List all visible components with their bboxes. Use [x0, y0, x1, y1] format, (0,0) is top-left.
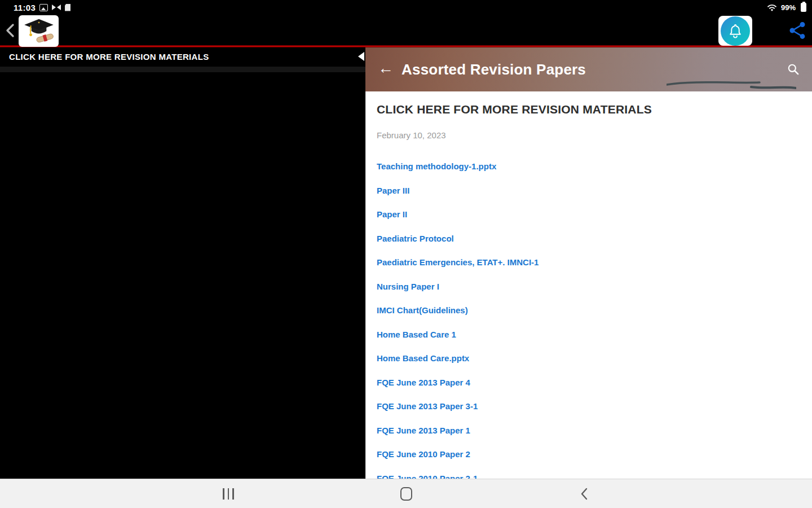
- article-title: CLICK HERE FOR MORE REVISION MATERIALS: [377, 103, 801, 116]
- media-output-icon: [52, 4, 61, 11]
- article: CLICK HERE FOR MORE REVISION MATERIALS F…: [365, 91, 812, 479]
- notification-bell-button[interactable]: [718, 16, 752, 46]
- clock: 11:03: [6, 3, 36, 12]
- status-bar: 11:03 99%: [0, 0, 812, 15]
- reader-back-icon[interactable]: ←: [378, 60, 394, 76]
- nav-home-icon[interactable]: [392, 479, 420, 508]
- battery-percent: 99%: [781, 3, 796, 12]
- revision-link[interactable]: Paediatric Emergencies, ETAT+. IMNCI-1: [377, 258, 539, 266]
- ad-banner[interactable]: CLICK HERE FOR MORE REVISION MATERIALS: [0, 47, 365, 65]
- revision-link[interactable]: FQE June 2013 Paper 1: [377, 426, 470, 435]
- app-logo[interactable]: [19, 15, 59, 47]
- revision-link[interactable]: Nursing Paper I: [377, 282, 439, 291]
- article-date: February 10, 2023: [377, 130, 801, 140]
- revision-link[interactable]: Paediatric Protocol: [377, 234, 454, 243]
- status-left: 11:03: [6, 3, 70, 12]
- bell-circle: [721, 16, 750, 46]
- revision-links: Teaching methodology-1.pptxPaper IIIPape…: [377, 162, 801, 479]
- sim-icon: [65, 4, 70, 11]
- reader-header: ← Assorted Revision Papers: [365, 47, 812, 91]
- screen: 11:03 99%: [0, 0, 812, 508]
- battery-icon: [801, 3, 806, 12]
- revision-link[interactable]: Home Based Care.pptx: [377, 354, 469, 362]
- collapse-triangle-icon[interactable]: [358, 52, 364, 61]
- graduation-cap-icon: [21, 17, 57, 45]
- search-icon[interactable]: [786, 62, 801, 77]
- revision-link[interactable]: Teaching methodology-1.pptx: [377, 162, 496, 170]
- ad-banner-text: CLICK HERE FOR MORE REVISION MATERIALS: [0, 52, 209, 62]
- red-divider: [0, 45, 812, 47]
- wifi-icon: [767, 3, 777, 11]
- revision-link[interactable]: FQE June 2010 Paper 2-1: [377, 474, 478, 479]
- nav-back-icon[interactable]: [571, 479, 598, 508]
- screenshot-icon: [39, 4, 48, 11]
- back-chevron-icon[interactable]: [5, 23, 16, 38]
- ad-panel: CLICK HERE FOR MORE REVISION MATERIALS: [0, 47, 365, 479]
- revision-link[interactable]: Paper III: [377, 186, 409, 195]
- revision-link[interactable]: IMCI Chart(Guidelines): [377, 306, 468, 314]
- revision-link[interactable]: Paper II: [377, 210, 407, 218]
- reader-panel: ← Assorted Revision Papers CLICK HERE FO…: [365, 47, 812, 479]
- bell-icon: [727, 23, 744, 40]
- nav-recents-icon[interactable]: [215, 479, 242, 508]
- revision-link[interactable]: FQE June 2013 Paper 3-1: [377, 402, 478, 410]
- revision-link[interactable]: Home Based Care 1: [377, 330, 456, 339]
- share-icon[interactable]: [787, 20, 807, 41]
- ad-banner-strip: [0, 67, 365, 72]
- reader-title: Assorted Revision Papers: [401, 61, 586, 78]
- app-bar: [0, 15, 812, 45]
- status-right: 99%: [767, 3, 806, 12]
- navigation-bar: [0, 479, 812, 508]
- revision-link[interactable]: FQE June 2013 Paper 4: [377, 378, 470, 387]
- header-background-squiggle: [667, 76, 796, 90]
- revision-link[interactable]: FQE June 2010 Paper 2: [377, 450, 470, 458]
